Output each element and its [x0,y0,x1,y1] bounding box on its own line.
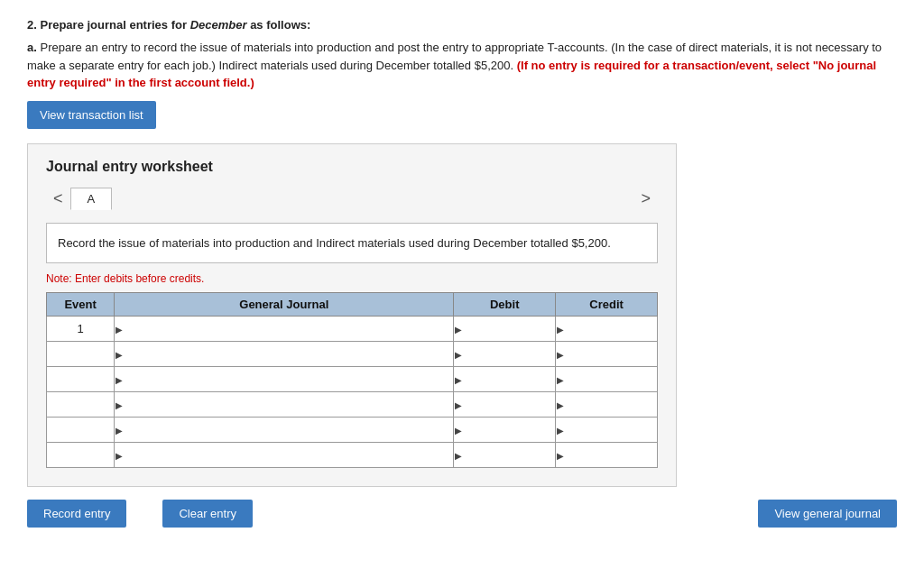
debit-arrow-icon: ▶ [455,349,462,359]
debit-input[interactable] [457,347,551,361]
debit-cell[interactable]: ▶ [454,392,556,418]
bottom-buttons: Record entry Clear entry View general jo… [27,500,897,528]
tabs-row: < A > [46,188,658,210]
view-general-journal-button[interactable]: View general journal [758,500,897,528]
credit-cell[interactable]: ▶ [556,367,658,392]
record-entry-button[interactable]: Record entry [27,500,126,528]
debit-cell[interactable]: ▶ [454,418,556,443]
journal-cell[interactable]: ▶ [115,418,454,443]
credit-cell[interactable]: ▶ [556,443,658,468]
table-row: ▶▶▶ [47,367,658,392]
row-arrow-icon: ▶ [116,399,123,409]
journal-cell[interactable]: ▶ [115,443,454,468]
worksheet-title: Journal entry worksheet [46,159,658,175]
debit-cell[interactable]: ▶ [454,317,556,342]
debit-input[interactable] [457,423,551,436]
part-a-text: a. Prepare an entry to record the issue … [27,39,897,92]
credit-arrow-icon: ▶ [557,450,564,460]
table-row: 1▶▶▶ [47,317,658,342]
credit-input[interactable] [559,423,653,436]
debit-arrow-icon: ▶ [455,324,462,334]
journal-input[interactable] [118,398,449,411]
event-cell [47,392,115,418]
event-cell: 1 [47,317,115,342]
row-arrow-icon: ▶ [116,374,123,384]
credit-input[interactable] [559,322,653,335]
question-number: 2. Prepare journal entries for December … [27,18,897,32]
credit-cell[interactable]: ▶ [556,317,658,342]
debit-arrow-icon: ▶ [455,425,462,435]
debit-cell[interactable]: ▶ [454,367,556,392]
credit-cell[interactable]: ▶ [556,342,658,367]
note-text: Note: Enter debits before credits. [46,272,658,285]
debit-input[interactable] [457,448,551,462]
credit-input[interactable] [559,398,653,411]
view-transaction-list-button[interactable]: View transaction list [27,101,156,129]
event-cell [47,367,115,392]
description-box: Record the issue of materials into produ… [46,223,658,264]
credit-cell[interactable]: ▶ [556,418,658,443]
credit-cell[interactable]: ▶ [556,392,658,418]
credit-arrow-icon: ▶ [557,324,564,334]
debit-input[interactable] [457,372,551,386]
credit-input[interactable] [559,347,653,361]
col-header-credit: Credit [556,293,658,317]
table-row: ▶▶▶ [47,342,658,367]
journal-cell[interactable]: ▶ [115,342,454,367]
credit-input[interactable] [559,448,653,462]
col-header-general-journal: General Journal [115,293,454,317]
row-arrow-icon: ▶ [116,450,123,460]
tab-prev-arrow[interactable]: < [46,188,70,210]
table-row: ▶▶▶ [47,418,658,443]
journal-input[interactable] [118,322,449,335]
journal-input[interactable] [118,448,449,462]
debit-arrow-icon: ▶ [455,450,462,460]
credit-arrow-icon: ▶ [557,374,564,384]
col-header-event: Event [47,293,115,317]
tab-a[interactable]: A [70,188,113,210]
credit-arrow-icon: ▶ [557,425,564,435]
journal-input[interactable] [118,372,449,386]
col-header-debit: Debit [454,293,556,317]
journal-input[interactable] [118,347,449,361]
credit-input[interactable] [559,372,653,386]
debit-arrow-icon: ▶ [455,374,462,384]
worksheet-container: Journal entry worksheet < A > Record the… [27,143,677,488]
event-cell [47,443,115,468]
table-row: ▶▶▶ [47,392,658,418]
credit-arrow-icon: ▶ [557,349,564,359]
event-cell [47,418,115,443]
debit-cell[interactable]: ▶ [454,443,556,468]
journal-cell[interactable]: ▶ [115,367,454,392]
credit-arrow-icon: ▶ [557,399,564,409]
clear-entry-button[interactable]: Clear entry [162,500,253,528]
debit-input[interactable] [457,398,551,411]
row-arrow-icon: ▶ [116,324,123,334]
tab-next-arrow[interactable]: > [633,188,658,210]
event-cell [47,342,115,367]
row-arrow-icon: ▶ [116,425,123,435]
table-row: ▶▶▶ [47,443,658,468]
debit-input[interactable] [457,322,551,335]
journal-input[interactable] [118,423,449,436]
journal-table: Event General Journal Debit Credit 1▶▶▶▶… [46,292,658,468]
journal-cell[interactable]: ▶ [115,317,454,342]
journal-cell[interactable]: ▶ [115,392,454,418]
debit-arrow-icon: ▶ [455,399,462,409]
debit-cell[interactable]: ▶ [454,342,556,367]
row-arrow-icon: ▶ [116,349,123,359]
